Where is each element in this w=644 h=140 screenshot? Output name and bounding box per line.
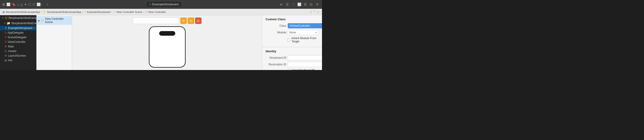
inherit-module-checkbox[interactable] bbox=[288, 38, 290, 42]
sidebar-item-label-launchscreen: LaunchScreen bbox=[8, 54, 26, 57]
folder-icon: 📁 bbox=[43, 10, 46, 14]
main-content: ▼ ⊡ StoryboardsXibsExampleApp M ▼ 📁 Stor… bbox=[0, 15, 322, 70]
grid-icon[interactable]: ⊞ bbox=[2, 2, 5, 6]
restoration-id-input[interactable] bbox=[288, 62, 322, 67]
lines-icon[interactable]: ☰ bbox=[285, 2, 289, 6]
swift-icon-2: S bbox=[4, 36, 6, 39]
bookmark-icon[interactable]: 🔖 bbox=[12, 2, 16, 6]
group-arrow-icon: ▼ bbox=[2, 17, 4, 19]
search-icon[interactable]: ⌕ bbox=[17, 2, 19, 6]
sidebar-group-sub-label: StoryboardsXibsExampleApp bbox=[11, 22, 36, 25]
breadcrumb-item-scene[interactable]: ⊡ View Controller Scene bbox=[113, 10, 142, 14]
root-folder-icon: ⊡ bbox=[5, 16, 7, 20]
custom-class-title: Custom Class bbox=[266, 18, 319, 21]
inspector-custom-class-section: Custom Class Class ✕ ▼ Module None ▼ Inh… bbox=[262, 15, 322, 47]
canvas-icon-group: ① ① ⊡ bbox=[180, 18, 202, 24]
sidebar-item-scenedelegate[interactable]: S SceneDelegate bbox=[0, 35, 36, 40]
subgroup-arrow-icon: ▼ bbox=[4, 22, 6, 24]
swift-icon-1: S bbox=[4, 31, 6, 34]
inspector-icon[interactable]: ⬚ bbox=[291, 2, 295, 6]
sidebar-item-assets[interactable]: ⊡ Assets bbox=[0, 49, 36, 54]
scene-icon: ⊡ bbox=[113, 10, 116, 14]
tab-modified-icon: × bbox=[150, 3, 151, 6]
breadcrumb-sep-2: › bbox=[82, 10, 83, 14]
star-icon[interactable]: ✦ bbox=[24, 2, 27, 6]
class-row: Class ✕ ▼ bbox=[266, 23, 319, 28]
inherit-module-row: Inherit Module From Target bbox=[288, 36, 319, 43]
sidebar-item-label-appdelegate: AppDelegate bbox=[8, 31, 24, 34]
module-row: Module None ▼ bbox=[266, 30, 319, 35]
sidebar-item-label-scenedelegate: SceneDelegate bbox=[8, 36, 26, 39]
canvas-icon-orange-btn[interactable]: ① bbox=[180, 18, 187, 24]
swift-icon-3: S bbox=[4, 40, 6, 44]
breadcrumb-forward-btn[interactable]: › bbox=[317, 10, 320, 14]
breadcrumb-back-btn[interactable]: ‹ bbox=[310, 10, 312, 14]
info-file-icon: ⊟ bbox=[4, 59, 7, 62]
sidebar-item-label-info: Info bbox=[8, 59, 12, 62]
box-icon[interactable]: ⬡ bbox=[32, 2, 35, 6]
breadcrumb-scene-label: View Controller Scene bbox=[116, 10, 142, 13]
scene-row-arrow-icon: ▶ bbox=[38, 19, 40, 22]
toolbar-nav: ‹ › bbox=[37, 2, 52, 7]
storyboard-id-label: Storyboard ID bbox=[266, 56, 286, 60]
forward-button[interactable]: › bbox=[45, 2, 50, 7]
launch-icon: ✕ bbox=[4, 54, 7, 57]
module-dropdown[interactable]: None ▼ bbox=[288, 30, 319, 35]
breadcrumb-item-folder[interactable]: 📁 StoryboardsXibsExampleApp bbox=[43, 10, 82, 14]
tab-label: ExampleStoryboard bbox=[152, 2, 178, 6]
stop-icon[interactable]: ⬜ bbox=[6, 2, 10, 6]
assets-icon: ⊡ bbox=[4, 50, 7, 53]
sidebar-item-info[interactable]: ⊟ Info bbox=[0, 58, 36, 63]
sidebar-item-appdelegate[interactable]: S AppDelegate bbox=[0, 30, 36, 35]
sidebar-item-label-viewcontroller: ViewController bbox=[8, 40, 26, 44]
storyboard-id-input[interactable] bbox=[288, 55, 322, 60]
item-badge-a: A bbox=[34, 27, 35, 30]
storyboard-icon: ✕ bbox=[84, 10, 86, 14]
canvas-search-input[interactable] bbox=[133, 18, 179, 24]
class-input[interactable] bbox=[288, 23, 322, 28]
sidebar-group-sub[interactable]: ▼ 📁 StoryboardsXibsExampleApp bbox=[0, 20, 36, 26]
menu-icon[interactable]: ☰ bbox=[303, 2, 307, 6]
back-button[interactable]: ‹ bbox=[39, 2, 44, 7]
use-storyboard-checkbox[interactable] bbox=[288, 69, 291, 70]
breadcrumb-item-storyboard[interactable]: ✕ ExampleStoryboard bbox=[84, 10, 110, 14]
subfolder-icon: 📁 bbox=[7, 22, 10, 25]
phone-notch bbox=[159, 31, 175, 36]
breadcrumb-item-app[interactable]: ▣ StoryboardsXibsExampleApp bbox=[2, 10, 40, 14]
toolbar: ⊞ ⬜ 🔖 ⌕ △ ✦ ⬡ ⬡ ⬜ ‹ › × ExampleStoryboar… bbox=[0, 0, 322, 9]
toolbar-right: ⇄ ☰ ⬚ ⬜ ☰ ⊡ ↺ bbox=[276, 2, 322, 6]
use-storyboard-row: Use Storyboard ID bbox=[288, 68, 319, 70]
lib-icon[interactable]: ⊡ bbox=[309, 2, 313, 6]
sidebar-item-main[interactable]: ✕ Main bbox=[0, 44, 36, 49]
canvas-icon-orange-btn-2[interactable]: ① bbox=[188, 18, 194, 24]
sidebar-item-viewcontroller[interactable]: S ViewController bbox=[0, 40, 36, 44]
scene-vc-icon: ⊡ bbox=[41, 19, 44, 22]
sidebar-group-root[interactable]: ▼ ⊡ StoryboardsXibsExampleApp M bbox=[0, 15, 36, 20]
scene-row-vc[interactable]: ▶ ⊡ View Controller Scene bbox=[36, 16, 72, 25]
restoration-id-label: Restoration ID bbox=[266, 63, 286, 66]
sidebar-item-label-main: Main bbox=[8, 45, 14, 48]
vc-icon: ⊟ bbox=[145, 10, 148, 14]
module-dropdown-arrow-icon: ▼ bbox=[315, 31, 317, 34]
toolbar-center: × ExampleStoryboard bbox=[52, 1, 276, 7]
storyboard-id-row: Storyboard ID bbox=[266, 55, 319, 60]
breadcrumb-vc-label: View Controller bbox=[148, 10, 166, 13]
add-icon[interactable]: ↺ bbox=[315, 2, 319, 6]
canvas-area: ① ① ⊡ bbox=[72, 15, 262, 70]
canvas-icon-red-btn[interactable]: ⊡ bbox=[195, 18, 202, 24]
editor-split: ▶ ⊡ View Controller Scene ① ① ⊡ bbox=[36, 15, 262, 70]
identity-title: Identity bbox=[266, 50, 319, 53]
scene-row-label: View Controller Scene bbox=[45, 17, 70, 24]
main-storyboard-icon: ✕ bbox=[4, 45, 7, 48]
sidebar-item-launchscreen[interactable]: ✕ LaunchScreen bbox=[0, 54, 36, 58]
sidebar-item-examplestoryboard[interactable]: ✕ ExampleStoryboard A bbox=[0, 26, 36, 30]
warning-icon[interactable]: △ bbox=[20, 2, 23, 6]
hex-icon[interactable]: ⬡ bbox=[28, 2, 31, 6]
active-tab[interactable]: × ExampleStoryboard bbox=[146, 1, 182, 7]
sidebar-group-root-label: StoryboardsXibsExampleApp bbox=[8, 16, 36, 20]
breadcrumb: ▣ StoryboardsXibsExampleApp › 📁 Storyboa… bbox=[0, 9, 322, 15]
breadcrumb-item-vc[interactable]: ⊟ View Controller bbox=[145, 10, 166, 14]
editor-split-icon[interactable]: ⬜ bbox=[297, 2, 301, 6]
refresh-icon[interactable]: ⇄ bbox=[279, 2, 283, 6]
app-icon: ▣ bbox=[2, 10, 5, 14]
